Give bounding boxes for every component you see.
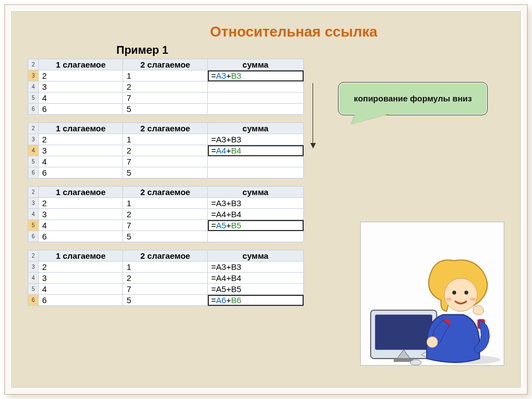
col-header-b: 2 слагаемое <box>123 250 208 262</box>
row-number: 4 <box>28 273 39 284</box>
cell-formula: =A4+B4 <box>208 209 304 220</box>
row-number: 5 <box>28 156 39 167</box>
cell-b: 5 <box>123 104 208 115</box>
cell-b: 1 <box>123 198 208 209</box>
cell-a: 2 <box>38 262 123 273</box>
col-header-b: 2 слагаемое <box>123 187 208 198</box>
row-number: 3 <box>28 70 39 81</box>
row-number: 3 <box>28 134 39 145</box>
cell-formula: =A3+B3 <box>208 262 304 273</box>
svg-point-8 <box>446 298 452 301</box>
svg-point-5 <box>444 278 478 311</box>
col-header-a: 1 слагаемое <box>38 187 123 198</box>
row-number: 4 <box>28 209 39 220</box>
table-row: 665=A6+B6 <box>28 295 304 306</box>
svg-rect-2 <box>375 315 432 350</box>
slide-subtitle: Пример 1 <box>116 44 504 57</box>
cell-a: 4 <box>38 220 123 231</box>
svg-point-12 <box>427 336 438 347</box>
spreadsheet-table: 21 слагаемое2 слагаемоесумма321=A3+B3432… <box>28 250 304 306</box>
cell-formula: =A3+B3 <box>208 134 304 145</box>
table-row: 665 <box>28 231 304 242</box>
table-row: 432=A4+B4 <box>28 273 304 284</box>
cell-formula: =A3+B3 <box>208 198 304 209</box>
cell-b: 2 <box>123 209 208 220</box>
row-number: 6 <box>28 167 39 178</box>
callout-text: копирование формулы вниз <box>354 93 472 104</box>
cell-a: 4 <box>38 93 123 104</box>
col-header-c: сумма <box>208 59 304 70</box>
cell-b: 7 <box>123 93 208 104</box>
col-header-a: 1 слагаемое <box>38 123 123 134</box>
cell-formula: =A3+B3 <box>208 70 304 81</box>
svg-point-4 <box>410 360 421 365</box>
table-row: 321=A3+B3 <box>28 262 304 273</box>
callout-tail-icon <box>348 114 390 124</box>
slide-title: Относительная ссылка <box>83 23 504 40</box>
cell-formula: =A4+B4 <box>208 273 304 284</box>
table-row: 547 <box>28 156 304 167</box>
cell-formula <box>208 81 304 93</box>
svg-point-7 <box>464 291 468 295</box>
cell-formula <box>208 156 304 167</box>
row-number: 2 <box>28 123 39 134</box>
cell-a: 2 <box>38 198 123 209</box>
table-row: 321=A3+B3 <box>28 70 304 81</box>
cell-formula: =A5+B5 <box>208 284 304 295</box>
table-header-row: 21 слагаемое2 слагаемоесумма <box>28 59 304 70</box>
row-number: 5 <box>28 284 39 295</box>
cell-formula: =A5+B5 <box>208 220 304 231</box>
cell-formula: =A4+B4 <box>208 145 304 156</box>
cell-b: 2 <box>123 81 208 93</box>
cell-a: 6 <box>38 104 123 115</box>
cell-b: 2 <box>123 273 208 284</box>
cell-formula <box>208 167 304 178</box>
tables-stack: 21 слагаемое2 слагаемоесумма321=A3+B3432… <box>28 59 304 306</box>
cell-formula: =A6+B6 <box>208 295 304 306</box>
spreadsheet-table: 21 слагаемое2 слагаемоесумма321=A3+B3432… <box>28 186 304 242</box>
col-header-b: 2 слагаемое <box>123 123 208 134</box>
table-row: 547=A5+B5 <box>28 220 304 231</box>
cell-a: 3 <box>38 273 123 284</box>
row-number: 2 <box>28 250 39 262</box>
col-header-a: 1 слагаемое <box>38 59 123 70</box>
row-number: 4 <box>28 145 39 156</box>
cell-a: 4 <box>38 156 123 167</box>
row-number: 2 <box>28 59 39 70</box>
col-header-c: сумма <box>208 187 304 198</box>
table-row: 321=A3+B3 <box>28 198 304 209</box>
cell-a: 2 <box>38 70 123 81</box>
table-row: 547=A5+B5 <box>28 284 304 295</box>
cell-formula <box>208 231 304 242</box>
spreadsheet-table: 21 слагаемое2 слагаемоесумма321=A3+B3432… <box>28 59 304 115</box>
cell-b: 7 <box>123 156 208 167</box>
table-row: 665 <box>28 167 304 178</box>
cell-formula <box>208 93 304 104</box>
cell-b: 1 <box>123 70 208 81</box>
table-row: 432=A4+B4 <box>28 145 304 156</box>
table-header-row: 21 слагаемое2 слагаемоесумма <box>28 187 304 198</box>
cell-b: 2 <box>123 145 208 156</box>
row-number: 3 <box>28 262 39 273</box>
cell-b: 1 <box>123 262 208 273</box>
row-number: 2 <box>28 187 39 198</box>
row-number: 5 <box>28 93 39 104</box>
col-header-c: сумма <box>208 123 304 134</box>
cell-a: 3 <box>38 209 123 220</box>
cell-a: 6 <box>38 295 123 306</box>
row-number: 6 <box>28 295 39 306</box>
boy-at-computer-clipart <box>360 222 504 366</box>
cell-a: 6 <box>38 231 123 242</box>
cell-b: 7 <box>123 220 208 231</box>
table-header-row: 21 слагаемое2 слагаемоесумма <box>28 123 304 134</box>
table-row: 432 <box>28 81 304 93</box>
cell-formula <box>208 104 304 115</box>
cell-a: 4 <box>38 284 123 295</box>
callout-bubble: копирование формулы вниз <box>338 82 488 115</box>
cell-b: 5 <box>123 231 208 242</box>
table-header-row: 21 слагаемое2 слагаемоесумма <box>28 250 304 262</box>
cell-b: 7 <box>123 284 208 295</box>
cell-a: 3 <box>38 81 123 93</box>
col-header-b: 2 слагаемое <box>123 59 208 70</box>
row-number: 6 <box>28 231 39 242</box>
